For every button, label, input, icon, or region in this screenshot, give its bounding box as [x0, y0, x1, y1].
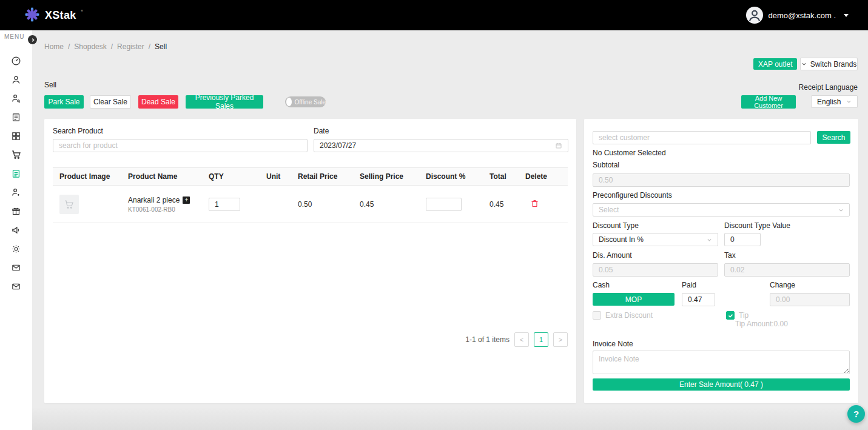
paid-input[interactable]: [682, 293, 715, 306]
user-menu[interactable]: demo@xstak.com .: [746, 7, 849, 24]
settings-icon: [11, 244, 21, 256]
mail-icon: [11, 281, 21, 294]
preconfigured-discounts-label: Preconfigured Discounts: [593, 191, 672, 200]
breadcrumb-separator: /: [68, 42, 70, 51]
chevron-down-icon: [846, 99, 852, 104]
add-new-customer-button[interactable]: Add New Customer: [741, 95, 796, 109]
discount-type-label: Discount Type: [593, 221, 639, 230]
sidebar-item-campaigns[interactable]: [0, 221, 32, 240]
user-add-icon: [11, 187, 21, 200]
sidebar-item-promotions[interactable]: [0, 203, 32, 221]
receipt-language-select[interactable]: English: [811, 95, 858, 108]
discount-type-select[interactable]: Discount In %: [593, 233, 718, 246]
preconfigured-discounts-select[interactable]: Select: [593, 203, 850, 217]
subtotal-input: 0.50: [593, 173, 850, 187]
toggle-knob: [286, 98, 292, 106]
pagination-page-1[interactable]: 1: [534, 332, 548, 347]
enter-sale-amount-button[interactable]: Enter Sale Amount( 0.47 ): [593, 378, 850, 391]
dashboard-icon: [11, 56, 21, 68]
user-avatar: [746, 7, 763, 24]
retail-price-value: 0.50: [298, 200, 360, 209]
breadcrumb-separator: /: [149, 42, 150, 51]
chevron-down-icon: [838, 207, 844, 213]
customer-search-button[interactable]: Search: [817, 131, 850, 144]
product-table-header: Product Image Product Name QTY Unit Reta…: [53, 167, 568, 186]
invoice-note-textarea[interactable]: [593, 351, 850, 374]
park-sale-button[interactable]: Park Sale: [44, 95, 84, 109]
tip-checkbox[interactable]: [726, 311, 735, 320]
extra-discount-label: Extra Discount: [605, 311, 653, 320]
cart-icon: [64, 199, 75, 210]
col-product-image: Product Image: [53, 172, 128, 181]
mop-button[interactable]: MOP: [593, 293, 675, 306]
receipt-language-value: English: [817, 98, 841, 106]
product-name: Anarkali 2 piece: [128, 196, 180, 204]
pagination: 1-1 of 1 items < 1 >: [465, 332, 568, 347]
brand-name: XStak: [45, 9, 76, 22]
breadcrumb-shopdesk[interactable]: Shopdesk: [74, 42, 106, 51]
bottom-shade: [32, 407, 868, 430]
extra-discount-checkbox[interactable]: [593, 311, 601, 320]
brand-logo[interactable]: XStak °: [24, 7, 83, 24]
sidebar-item-apps[interactable]: [0, 127, 32, 146]
orders-icon: [11, 112, 21, 124]
help-button[interactable]: ?: [847, 405, 865, 423]
expand-plus-icon[interactable]: +: [183, 197, 190, 204]
pagination-next-button[interactable]: >: [553, 332, 568, 347]
switch-brands-button[interactable]: Switch Brands: [800, 58, 858, 70]
paid-label: Paid: [682, 281, 696, 289]
sidebar-collapse-button[interactable]: [28, 35, 37, 44]
col-retail-price: Retail Price: [298, 172, 360, 181]
xstak-logo-icon: [24, 7, 40, 24]
col-total: Total: [490, 172, 525, 181]
user-caret-icon: [844, 14, 849, 17]
discount-type-selected: Discount In %: [599, 235, 644, 244]
menu-label: MENU: [4, 33, 24, 40]
extra-discount-checkbox-row[interactable]: Extra Discount: [593, 311, 653, 320]
mail-icon: [11, 263, 21, 275]
offline-sale-toggle[interactable]: Offline Sale: [285, 96, 326, 107]
calendar-icon: [555, 142, 562, 149]
breadcrumb-register[interactable]: Register: [117, 42, 144, 51]
delete-row-button[interactable]: [530, 199, 539, 208]
user-tag-icon: [11, 93, 21, 106]
change-input: 0.00: [770, 293, 850, 306]
sidebar-item-inbox[interactable]: [0, 278, 32, 297]
date-label: Date: [314, 127, 329, 135]
select-customer-input[interactable]: [593, 131, 811, 144]
sidebar-item-orders[interactable]: [0, 109, 32, 127]
sidebar-item-customers[interactable]: [0, 90, 32, 109]
sidebar-item-add-customer[interactable]: [0, 184, 32, 203]
checkout-panel: Search No Customer Selected Subtotal 0.5…: [584, 119, 858, 403]
sidebar-item-dashboard[interactable]: [0, 52, 32, 71]
preconfigured-placeholder: Select: [599, 206, 619, 214]
pagination-prev-button[interactable]: <: [514, 332, 529, 347]
clear-sale-button[interactable]: Clear Sale: [90, 95, 131, 109]
cash-label: Cash: [593, 281, 610, 289]
search-product-input[interactable]: [53, 139, 308, 152]
search-product-label: Search Product: [53, 127, 103, 135]
offline-sale-label: Offline Sale: [294, 99, 326, 106]
user-email: demo@xstak.com .: [769, 11, 836, 20]
tip-amount-text: Tip Amount:0.00: [735, 320, 788, 328]
no-customer-text: No Customer Selected: [593, 149, 666, 157]
sidebar-item-messages[interactable]: [0, 259, 32, 278]
sidebar-item-profile[interactable]: [0, 71, 32, 90]
breadcrumb-home[interactable]: Home: [44, 42, 64, 51]
discount-input[interactable]: [426, 198, 462, 211]
chevron-down-icon: [801, 61, 807, 67]
sidebar-item-settings[interactable]: [0, 240, 32, 259]
tip-checkbox-row[interactable]: Tip: [726, 311, 749, 320]
dis-amount-label: Dis. Amount: [593, 251, 632, 260]
col-qty: QTY: [209, 172, 266, 181]
previously-parked-sales-button[interactable]: Previously Parked Sales: [186, 95, 263, 109]
discount-type-value-input[interactable]: [724, 233, 761, 246]
qty-input[interactable]: [209, 198, 240, 211]
sidebar-item-shop[interactable]: [0, 146, 32, 165]
user-icon: [11, 75, 21, 87]
trash-icon: [530, 199, 539, 208]
dead-sale-button[interactable]: Dead Sale: [138, 95, 178, 109]
sidebar-item-register[interactable]: [0, 165, 32, 184]
table-row: Anarkali 2 piece+ KT0061-002-RB0 0.50 0.…: [53, 186, 568, 223]
date-input[interactable]: 2023/07/27: [314, 139, 568, 152]
